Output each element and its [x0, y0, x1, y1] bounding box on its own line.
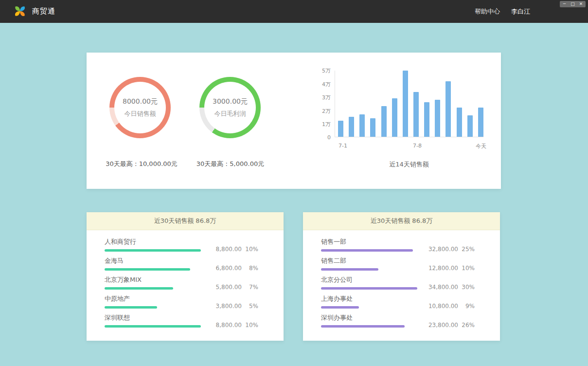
chart-bar [467, 115, 473, 137]
customer-name: 中原地产 [105, 295, 258, 302]
close-icon[interactable]: ✕ [577, 1, 585, 7]
minimize-icon[interactable]: ─ [561, 1, 568, 7]
department-bar [321, 249, 413, 252]
amount: 6,800.00 [207, 265, 242, 272]
customer-name: 北京万象MIX [105, 276, 258, 283]
list-item: 中原地产 3,800.00 5% [105, 295, 258, 309]
customer-value: 8,800.00 10% [207, 322, 258, 329]
x-axis: 7-17-8今天 [338, 143, 486, 150]
customer-name: 金海马 [105, 257, 258, 264]
chart-bar [403, 71, 408, 137]
x-tick-label: 7-8 [413, 143, 422, 149]
customer-value: 6,800.00 8% [207, 265, 258, 272]
department-name: 深圳办事处 [321, 314, 475, 321]
department-value: 10,800.00 9% [423, 303, 475, 310]
today-sales-ring: 8000.00元 今日销售额 [109, 77, 171, 138]
department-name: 上海办事处 [321, 295, 475, 302]
list-item: 深圳联想 8,800.00 10% [105, 314, 258, 328]
customer-bar [105, 287, 173, 290]
chart-bar [381, 106, 387, 137]
customer-panel-body: 人和商贸行 8,800.00 10% 金海马 6,800.00 8% 北京万象M… [87, 230, 284, 328]
x-tick-label: 今天 [476, 143, 486, 150]
percent: 26% [458, 322, 475, 329]
percent: 8% [242, 265, 258, 272]
today-sales-ring-center: 8000.00元 今日销售额 [114, 82, 166, 133]
percent: 10% [242, 246, 258, 253]
today-profit-label: 今日毛利润 [214, 110, 246, 118]
customer-ranking-panel: 近30天销售额 86.8万 人和商贸行 8,800.00 10% 金海马 6,8… [87, 212, 284, 341]
chart-bar [435, 100, 440, 137]
maximize-icon[interactable]: □ [569, 1, 576, 7]
user-menu[interactable]: 李白江 [511, 0, 530, 23]
y-tick-label: 3万 [322, 94, 331, 101]
department-bar [321, 287, 417, 290]
list-item: 销售一部 32,800.00 25% [321, 238, 475, 252]
bar-chart-caption: 近14天销售额 [324, 160, 494, 169]
customer-value: 5,800.00 7% [207, 284, 258, 291]
customer-bar [105, 249, 201, 252]
overview-card: 8000.00元 今日销售额 30天最高：10,000.00元 3000.00元… [87, 53, 501, 189]
department-name: 销售一部 [321, 238, 475, 245]
sales-14day-bar-chart: 5万4万3万2万1万0 7-17-8今天 [315, 67, 488, 169]
x-tick-label: 7-1 [339, 143, 347, 149]
amount: 34,800.00 [423, 284, 458, 291]
title-bar: 商贸通 帮助中心 李白江 ─ □ ✕ [0, 0, 588, 23]
chart-bar [349, 117, 354, 137]
today-sales-value: 8000.00元 [123, 97, 158, 106]
chart-bar [457, 108, 462, 137]
today-sales-label: 今日销售额 [125, 110, 156, 118]
chart-bar [359, 114, 365, 137]
customer-value: 3,800.00 5% [207, 303, 258, 310]
amount: 8,800.00 [207, 246, 242, 253]
today-profit-value: 3000.00元 [213, 97, 248, 106]
chart-bar [413, 92, 419, 137]
y-tick-label: 5万 [322, 67, 331, 74]
amount: 32,800.00 [423, 246, 458, 253]
percent: 5% [242, 303, 258, 310]
department-bar [321, 306, 359, 309]
chart-bar [370, 118, 375, 137]
window-controls: ─ □ ✕ [560, 1, 586, 7]
y-tick-label: 0 [327, 134, 331, 141]
percent: 10% [242, 322, 258, 329]
department-name: 北京分公司 [321, 276, 475, 283]
chart-bar [478, 108, 483, 137]
department-panel-body: 销售一部 32,800.00 25% 销售二部 12,800.00 10% 北京… [303, 230, 500, 328]
today-profit-ring-center: 3000.00元 今日毛利润 [204, 82, 256, 133]
amount: 5,800.00 [207, 284, 242, 291]
amount: 10,800.00 [423, 303, 458, 310]
department-value: 32,800.00 25% [423, 246, 475, 253]
y-tick-label: 2万 [322, 108, 331, 115]
percent: 9% [458, 303, 475, 310]
department-value: 23,800.00 26% [423, 322, 475, 329]
bar-chart-plot [335, 71, 483, 137]
department-panel-header: 近30天销售额 86.8万 [303, 212, 500, 230]
list-item: 上海办事处 10,800.00 9% [321, 295, 475, 309]
percent: 30% [458, 284, 475, 291]
y-tick-label: 4万 [322, 81, 331, 88]
department-bar [321, 325, 405, 328]
y-axis: 5万4万3万2万1万0 [315, 67, 331, 141]
list-item: 北京分公司 34,800.00 30% [321, 276, 475, 290]
customer-bar [105, 306, 157, 309]
amount: 12,800.00 [423, 265, 458, 272]
department-bar [321, 268, 378, 271]
department-name: 销售二部 [321, 257, 475, 264]
customer-bar [105, 325, 201, 328]
department-value: 34,800.00 30% [423, 284, 475, 291]
chart-bar [338, 121, 343, 137]
percent: 7% [242, 284, 258, 291]
desktop: 商贸通 帮助中心 李白江 ─ □ ✕ 8000.00元 今日销售额 30天最高：… [0, 0, 588, 366]
list-item: 销售二部 12,800.00 10% [321, 257, 475, 271]
list-item: 人和商贸行 8,800.00 10% [105, 238, 258, 252]
sales-30day-max: 30天最高：10,000.00元 [90, 160, 193, 168]
list-item: 深圳办事处 23,800.00 26% [321, 314, 475, 328]
amount: 3,800.00 [207, 303, 242, 310]
help-center-link[interactable]: 帮助中心 [475, 0, 500, 23]
customer-name: 人和商贸行 [105, 238, 258, 245]
list-item: 北京万象MIX 5,800.00 7% [105, 276, 258, 290]
percent: 25% [458, 246, 475, 253]
customer-value: 8,800.00 10% [207, 246, 258, 253]
percent: 10% [458, 265, 475, 272]
today-profit-ring: 3000.00元 今日毛利润 [199, 77, 261, 138]
